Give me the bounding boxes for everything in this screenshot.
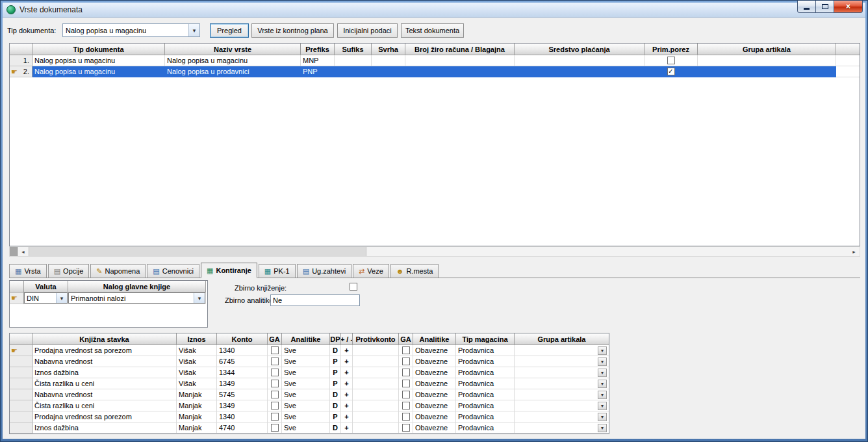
cell-knjizna-stavka[interactable]: Čista razlika u ceni xyxy=(32,400,177,411)
cell-analitike[interactable]: Sve xyxy=(282,367,330,378)
cell-naziv-vrste[interactable]: Nalog popisa u magacinu xyxy=(165,55,301,66)
kontiranje-row[interactable]: Nabavna vrednost Manjak 5745 Sve D + Oba… xyxy=(10,389,609,400)
cell-analitike2[interactable]: Obavezne xyxy=(413,356,456,367)
ga2-checkbox[interactable] xyxy=(402,358,410,365)
cell-protivkonto[interactable] xyxy=(353,367,399,378)
cell-knjizna-stavka[interactable]: Prodajna vrednost sa porezom xyxy=(32,345,177,356)
cell-iznos[interactable]: Višak xyxy=(177,378,217,389)
close-button[interactable]: × xyxy=(834,1,863,13)
cell-protivkonto[interactable] xyxy=(353,422,399,434)
cell-naziv-vrste[interactable]: Nalog popisa u prodavnici xyxy=(165,66,301,77)
cell-sufiks[interactable] xyxy=(335,55,372,66)
cell-konto[interactable]: 1340 xyxy=(217,411,268,422)
cell-konto[interactable]: 1340 xyxy=(217,345,268,356)
minimize-button[interactable] xyxy=(797,1,816,13)
chevron-down-icon[interactable]: ▾ xyxy=(56,293,67,303)
cell-analitike[interactable]: Sve xyxy=(282,400,330,411)
ga-checkbox[interactable] xyxy=(271,424,279,432)
cell-knjizna-stavka[interactable]: Iznos dažbina xyxy=(32,422,177,434)
cell-tip-magacina[interactable]: Prodavnica xyxy=(456,356,515,367)
cell-analitike[interactable]: Sve xyxy=(282,411,330,422)
cell-protivkonto[interactable] xyxy=(353,400,399,411)
cell-analitike[interactable]: Sve xyxy=(282,345,330,356)
cell-knjizna-stavka[interactable]: Prodajna vrednost sa porezom xyxy=(32,411,177,422)
cell-grupa-artikala[interactable]: ▾ xyxy=(515,378,609,389)
ga-checkbox[interactable] xyxy=(271,391,279,398)
cell-valuta[interactable]: DIN ▾ xyxy=(24,292,68,304)
document-type-combobox[interactable]: Nalog popisa u magacinu ▾ xyxy=(62,23,200,37)
dropdown-icon[interactable]: ▾ xyxy=(598,346,607,355)
cell-sign[interactable]: + xyxy=(341,378,353,389)
cell-konto[interactable]: 4740 xyxy=(217,422,268,434)
table-row-selected[interactable]: ☛ 2. Nalog popisa u magacinu Nalog popis… xyxy=(10,66,860,77)
cell-dp[interactable]: D xyxy=(330,400,341,411)
cell-dp[interactable]: P xyxy=(330,367,341,378)
cell-ga2[interactable] xyxy=(399,378,413,389)
kontiranje-row[interactable]: Iznos dažbina Manjak 4740 Sve D + Obavez… xyxy=(10,422,609,434)
cell-analitike[interactable]: Sve xyxy=(282,389,330,400)
cell-sign[interactable]: + xyxy=(341,345,353,356)
dropdown-icon[interactable]: ▾ xyxy=(598,358,607,366)
cell-grupa-artikala[interactable]: ▾ xyxy=(515,367,609,378)
cell-iznos[interactable]: Višak xyxy=(177,356,217,367)
cell-sredstvo-placanja[interactable] xyxy=(515,55,645,66)
cell-ga[interactable] xyxy=(268,411,282,422)
tab-vrsta[interactable]: ▦Vrsta xyxy=(9,264,47,278)
cell-grupa-artikala[interactable]: ▾ xyxy=(515,389,609,400)
cell-svrha[interactable] xyxy=(372,66,405,77)
tab-opcije[interactable]: ▤Opcije xyxy=(48,264,90,278)
ga2-checkbox[interactable] xyxy=(402,346,410,354)
tab-kontiranje[interactable]: ▦Kontiranje xyxy=(201,263,257,278)
tab-napomena[interactable]: ✎Napomena xyxy=(90,264,146,278)
cell-protivkonto[interactable] xyxy=(353,389,399,400)
cell-knjizna-stavka[interactable]: Čista razlika u ceni xyxy=(32,378,177,389)
vrste-iz-kontnog-plana-button[interactable]: Vrste iz kontnog plana xyxy=(251,23,334,38)
cell-analitike[interactable]: Sve xyxy=(282,378,330,389)
cell-tip-magacina[interactable]: Prodavnica xyxy=(456,400,515,411)
title-bar[interactable]: Vrste dokumenata × xyxy=(3,3,865,17)
cell-grupa-artikala[interactable]: ▾ xyxy=(515,356,609,367)
cell-sign[interactable]: + xyxy=(341,400,353,411)
cell-konto[interactable]: 1349 xyxy=(217,378,268,389)
scroll-right-button[interactable]: ► xyxy=(849,247,860,256)
cell-grupa-artikala[interactable] xyxy=(698,55,836,66)
table-row[interactable]: 1. Nalog popisa u magacinu Nalog popisa … xyxy=(10,55,860,66)
cell-iznos[interactable]: Manjak xyxy=(177,422,217,434)
cell-ga[interactable] xyxy=(268,356,282,367)
cell-ga[interactable] xyxy=(268,422,282,434)
cell-ga2[interactable] xyxy=(399,367,413,378)
scroll-left-button[interactable]: ◄ xyxy=(18,247,29,256)
cell-sign[interactable]: + xyxy=(341,411,353,422)
kontiranje-row[interactable]: Čista razlika u ceni Višak 1349 Sve P + … xyxy=(10,378,609,389)
kontiranje-row[interactable]: Prodajna vrednost sa porezom Manjak 1340… xyxy=(10,411,609,422)
cell-tip-magacina[interactable]: Prodavnica xyxy=(456,389,515,400)
cell-ga2[interactable] xyxy=(399,422,413,434)
cell-prefiks[interactable]: MNP xyxy=(301,55,335,66)
cell-konto[interactable]: 5745 xyxy=(217,389,268,400)
cell-iznos[interactable]: Manjak xyxy=(177,411,217,422)
cell-sredstvo-placanja[interactable] xyxy=(515,66,645,77)
dropdown-icon[interactable]: ▾ xyxy=(598,402,607,410)
cell-sign[interactable]: + xyxy=(341,422,353,434)
cell-prim-porez[interactable] xyxy=(645,55,698,66)
ga-checkbox[interactable] xyxy=(271,358,279,365)
cell-analitike2[interactable]: Obavezne xyxy=(413,367,456,378)
cell-ga2[interactable] xyxy=(399,400,413,411)
cell-iznos[interactable]: Manjak xyxy=(177,400,217,411)
kontiranje-row[interactable]: Nabavna vrednost Višak 6745 Sve P + Obav… xyxy=(10,356,609,367)
ga2-checkbox[interactable] xyxy=(402,413,410,421)
cell-sign[interactable]: + xyxy=(341,356,353,367)
ga-checkbox[interactable] xyxy=(271,413,279,421)
cell-analitike2[interactable]: Obavezne xyxy=(413,411,456,422)
cell-broj-ziro-racuna[interactable] xyxy=(405,66,515,77)
chevron-down-icon[interactable]: ▾ xyxy=(188,24,199,36)
cell-tip-magacina[interactable]: Prodavnica xyxy=(456,367,515,378)
zbirno-knjizenje-checkbox[interactable] xyxy=(350,283,357,291)
chevron-down-icon[interactable]: ▾ xyxy=(194,293,205,303)
cell-tip-dokumenta[interactable]: Nalog popisa u magacinu xyxy=(32,66,165,77)
cell-tip-magacina[interactable]: Prodavnica xyxy=(456,345,515,356)
valuta-row[interactable]: ☛ DIN ▾ Primanotni nalozi ▾ xyxy=(10,292,207,304)
cell-analitike2[interactable]: Obavezne xyxy=(413,389,456,400)
ga-checkbox[interactable] xyxy=(271,380,279,387)
tab-veze[interactable]: ⇄Veze xyxy=(353,264,389,278)
